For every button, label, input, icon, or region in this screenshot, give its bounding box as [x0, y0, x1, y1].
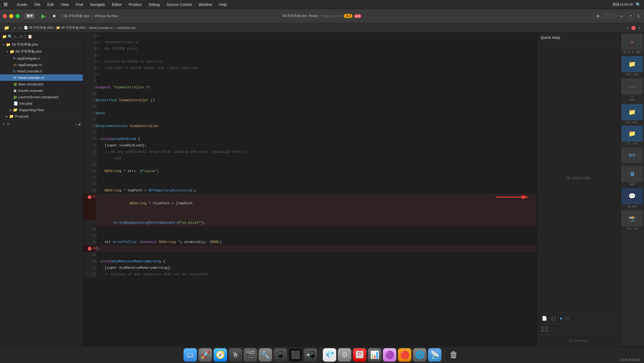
menu-item-view[interactable]: View [60, 2, 70, 7]
dock-settings[interactable]: ⚙ [338, 348, 351, 362]
line-content[interactable]: NSString * filePath = [tmpPath [96, 194, 537, 220]
menu-item-find[interactable]: Find [75, 2, 84, 7]
sidebar-item-viewcontroller-h[interactable]: h ViewController.h [0, 68, 83, 74]
sidebar-folder-btn[interactable]: 📁 [2, 34, 7, 39]
thumbnail-zjl[interactable]: 📁 [621, 126, 643, 142]
dock-ppic[interactable]: 🅿 [353, 348, 366, 362]
sidebar-back-button[interactable]: ⟲ [7, 122, 10, 126]
sidebar-item-launchscreen[interactable]: ▦ LaunchScreen.storyboard [0, 94, 83, 100]
line-content[interactable] [96, 226, 537, 233]
line-content[interactable]: stringByAppendingPathComponent:@"xx.plis… [96, 220, 537, 226]
sidebar-item-supporting-files[interactable]: ▶ 📁 Supporting Files [0, 107, 83, 113]
menu-item-source-control[interactable]: Source Control [166, 2, 193, 7]
dock-misc5[interactable]: 📡 [428, 348, 441, 362]
line-content[interactable]: NSString * tmpPath = NSTemporaryDirector… [96, 187, 537, 194]
nav-prev-button[interactable]: ‹ [12, 25, 16, 31]
dock-sketch[interactable]: 💎 [323, 348, 336, 362]
thumbnail-dash[interactable]: —— [621, 78, 643, 95]
line-content[interactable]: [super viewDidLoad]; [96, 142, 537, 149]
line-content[interactable] [96, 175, 537, 181]
menu-item-product[interactable]: Product [128, 2, 143, 7]
menu-item-window[interactable]: Window [197, 2, 213, 7]
line-content[interactable] [96, 233, 537, 239]
search-icon[interactable]: 🔍 [636, 2, 641, 7]
dock-finder[interactable]: 🗂 [184, 348, 197, 362]
sidebar-report-btn[interactable]: 📋 [28, 34, 32, 39]
sidebar-item-products[interactable]: ▶ 📁 Products [0, 113, 83, 119]
line-content[interactable]: @implementation ViewController [96, 123, 537, 129]
dock-tools[interactable]: 🔧 [259, 348, 272, 362]
sidebar-item-project-root[interactable]: ▼ 📁 08-字符串做 plist [0, 41, 83, 48]
sidebar-item-infoplist[interactable]: 📄 Info.plist [0, 100, 83, 107]
braces-icon-button[interactable]: { } [550, 315, 557, 322]
line-content[interactable]: str writeToFile: (nonnull NSString *) at… [96, 239, 537, 245]
line-content[interactable] [96, 78, 537, 84]
error-badge[interactable]: ● 3 [354, 14, 361, 18]
menu-item-editor[interactable]: Editor [111, 2, 123, 7]
line-content[interactable]: @interface ViewController () [96, 97, 537, 104]
dock-trash[interactable]: 🗑 [447, 348, 460, 362]
line-content[interactable] [96, 252, 537, 258]
minimize-window-button[interactable] [9, 14, 13, 18]
warning-badge[interactable]: ⚠ 2 [344, 14, 352, 18]
zoom-window-button[interactable] [16, 14, 20, 18]
line-content[interactable]: @end [96, 110, 537, 117]
line-content[interactable]: NSString * str= @"value"; [96, 168, 537, 175]
line-content[interactable] [96, 162, 537, 168]
line-content[interactable]: - (void)viewDidLoad { [96, 136, 537, 142]
line-content[interactable]: // [96, 71, 537, 78]
info-button[interactable]: ℹ [636, 13, 641, 19]
menu-item-file[interactable]: File [33, 2, 42, 7]
dock-misc3[interactable]: 🔴 [398, 348, 411, 362]
dock-film[interactable]: 🎬 [244, 348, 257, 362]
sidebar-item-appdelegate-m[interactable]: m AppDelegate.m [0, 61, 83, 68]
line-content[interactable]: // Do any additional setup after loading… [96, 149, 537, 155]
thumbnail-chapter13[interactable]: 📁 [621, 56, 643, 72]
line-content[interactable]: #import "ViewController.h" [96, 84, 537, 91]
next-issue-button[interactable]: › [637, 25, 641, 31]
dock-mouse[interactable]: 🖱 [229, 348, 242, 362]
sidebar-item-appdelegate-h[interactable]: h AppDelegate.h [0, 55, 83, 61]
run-button[interactable]: ▶ [39, 12, 48, 20]
sidebar-item-viewcontroller-m[interactable]: m ViewController.m [0, 74, 83, 81]
breadcrumb-file[interactable]: ViewController.m [88, 26, 112, 30]
line-content[interactable]: // ViewController.m [96, 39, 537, 46]
sidebar-warning-btn[interactable]: ⚠ [13, 34, 17, 39]
line-content[interactable]: nib. [96, 155, 537, 162]
line-content[interactable]: // Dispose of any resources that can be … [96, 271, 537, 278]
line-content[interactable] [96, 129, 537, 136]
breadcrumb-project[interactable]: 📄 08-字符串做 plist [24, 26, 53, 30]
sidebar-item-main-storyboard[interactable]: ▦ Main.storyboard [0, 81, 83, 87]
line-content[interactable]: // Created by Romeo on 15/12/3. [96, 59, 537, 65]
dock-phone[interactable]: 📱 [274, 348, 287, 362]
doc-icon-button[interactable]: 📄 [541, 315, 548, 322]
line-content[interactable]: }. [96, 245, 537, 252]
sidebar-filter-button[interactable]: ≡ ◉ [75, 122, 81, 126]
breadcrumb-method[interactable]: -viewDidLoad [116, 26, 136, 30]
line-content[interactable]: - (void)didReceiveMemoryWarning { [96, 258, 537, 265]
breadcrumb-group[interactable]: 📁 08-字符串做 plist [56, 26, 85, 30]
sidebar-breakpoint-btn[interactable]: ⬡ [23, 34, 27, 39]
line-content[interactable] [96, 91, 537, 97]
line-content[interactable] [96, 117, 537, 123]
dock-misc1[interactable]: 📊 [368, 348, 381, 362]
line-content[interactable] [96, 181, 537, 187]
dock-misc2[interactable]: 🟣 [383, 348, 396, 362]
thumbnail-ksi[interactable]: 📁 [621, 104, 643, 120]
line-content[interactable]: // [96, 52, 537, 59]
menu-item-edit[interactable]: Edit [46, 2, 55, 7]
thumbnail-dev-tools[interactable]: ● [621, 34, 643, 50]
panel-button[interactable]: ▭ [618, 13, 625, 19]
thumbnail-snip[interactable]: 📸 [621, 210, 643, 227]
menu-item-help[interactable]: Help [218, 2, 228, 7]
line-content[interactable]: // 08-字符串做 plist [96, 46, 537, 52]
square-icon-button[interactable]: □ [566, 315, 570, 322]
thumbnail-operation[interactable]: 操作 [621, 147, 643, 163]
prev-issue-button[interactable]: ‹ [625, 25, 630, 31]
line-content[interactable]: // Copyright © 2015年 heima. All rights r… [96, 65, 537, 71]
line-content[interactable]: [super didReceiveMemoryWarning]; [96, 265, 537, 271]
menu-item-debug[interactable]: Debug [148, 2, 161, 7]
circle-icon-button[interactable]: ● [559, 315, 564, 322]
dock-misc4[interactable]: 🌐 [413, 348, 426, 362]
code-editor[interactable]: 1 // 2 // ViewController.m 3 // 08-字符串做 … [83, 33, 537, 346]
